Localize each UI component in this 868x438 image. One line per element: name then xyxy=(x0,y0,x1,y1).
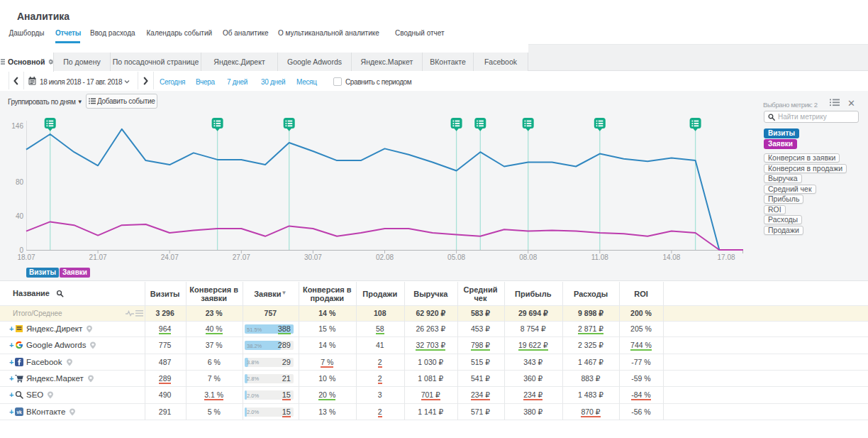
svg-text:21.07: 21.07 xyxy=(89,253,107,261)
svg-text:30.07: 30.07 xyxy=(304,253,322,261)
svg-text:40: 40 xyxy=(16,212,24,220)
svg-text:08.08: 08.08 xyxy=(519,253,537,261)
svg-text:24.07: 24.07 xyxy=(161,253,179,261)
svg-text:17.08: 17.08 xyxy=(717,253,735,261)
svg-text:18.07: 18.07 xyxy=(17,253,35,261)
svg-text:05.08: 05.08 xyxy=(447,253,465,261)
svg-text:02.08: 02.08 xyxy=(376,253,394,261)
svg-text:vk: vk xyxy=(16,409,22,414)
svg-text:27.07: 27.07 xyxy=(233,253,250,261)
svg-text:80: 80 xyxy=(16,178,24,186)
svg-text:14.08: 14.08 xyxy=(662,253,680,261)
svg-text:11.08: 11.08 xyxy=(591,253,609,261)
svg-text:146: 146 xyxy=(11,122,23,130)
